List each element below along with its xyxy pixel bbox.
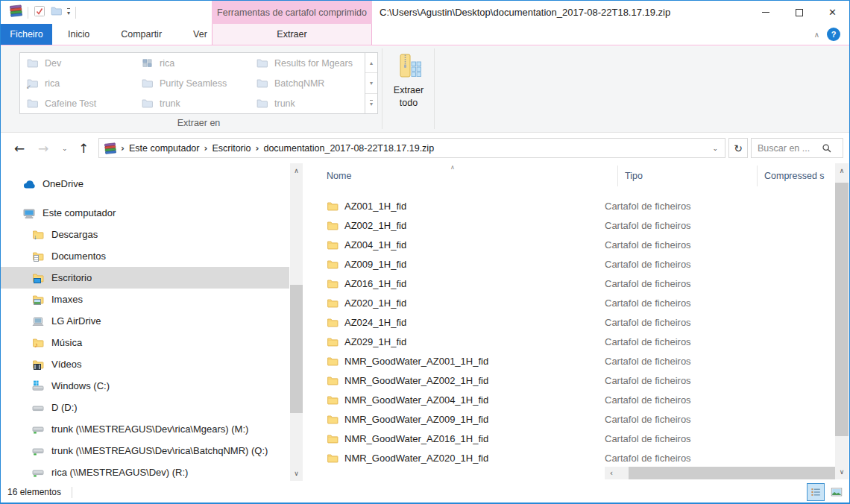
extract-all-button[interactable]: Extraertodo bbox=[385, 48, 432, 130]
windows-drive-icon bbox=[32, 380, 45, 392]
recent-locations-dropdown-icon[interactable]: ⌄ bbox=[62, 133, 68, 163]
sidebar-item-music[interactable]: Música bbox=[1, 332, 289, 353]
address-dropdown-icon[interactable]: ⌄ bbox=[705, 145, 725, 152]
sidebar-item-pictures[interactable]: Imaxes bbox=[1, 289, 289, 310]
breadcrumb-desktop[interactable]: Escritorio bbox=[212, 143, 251, 154]
sidebar-item-desktop[interactable]: Escritorio bbox=[1, 267, 289, 289]
extract-dest-item[interactable]: Dev bbox=[20, 53, 135, 73]
refresh-button[interactable]: ↻ bbox=[728, 138, 748, 158]
table-row[interactable]: NMR_GoodWater_AZ016_1H_fidCartafol de fi… bbox=[303, 429, 835, 448]
extract-destination-gallery: Dev rica Cafeine Test rica Purity Seamle… bbox=[19, 52, 378, 114]
column-divider[interactable] bbox=[617, 166, 618, 186]
table-row[interactable]: NMR_GoodWater_AZ009_1H_fidCartafol de fi… bbox=[303, 409, 835, 429]
close-button[interactable]: ✕ bbox=[816, 1, 849, 24]
back-icon[interactable]: ← bbox=[14, 133, 25, 163]
gallery-more-button[interactable]: ▾ bbox=[365, 94, 377, 113]
file-list-scrollbar[interactable]: ∧ ∨ bbox=[835, 163, 849, 479]
table-row[interactable]: AZ002_1H_fidCartafol de ficheiros bbox=[303, 215, 835, 235]
scrollbar-thumb[interactable] bbox=[290, 285, 303, 413]
scrollbar-thumb[interactable] bbox=[835, 183, 849, 436]
horizontal-scrollbar[interactable]: ‹ › bbox=[605, 467, 835, 479]
column-header-name[interactable]: Nome bbox=[327, 163, 351, 189]
network-drive-icon bbox=[32, 445, 45, 457]
scroll-up-icon[interactable]: ∧ bbox=[290, 163, 303, 178]
status-bar: 16 elementos bbox=[1, 481, 849, 503]
properties-check-icon[interactable] bbox=[34, 5, 45, 20]
new-folder-icon[interactable] bbox=[51, 5, 62, 19]
address-breadcrumb-bar[interactable]: › Este computador › Escritorio › documen… bbox=[98, 138, 725, 158]
table-row[interactable]: NMR_GoodWater_AZ020_1H_fidCartafol de fi… bbox=[303, 448, 835, 467]
sidebar-item-videos[interactable]: Vídeos bbox=[1, 353, 289, 375]
extract-dest-item[interactable]: rica bbox=[20, 73, 135, 93]
extract-dest-item[interactable]: trunk bbox=[250, 93, 365, 113]
column-divider[interactable] bbox=[757, 166, 758, 186]
extract-dest-item[interactable]: Results for Mgears bbox=[250, 53, 365, 73]
tab-file[interactable]: Ficheiro bbox=[1, 24, 52, 45]
search-box[interactable] bbox=[751, 138, 843, 158]
documents-folder-icon bbox=[32, 251, 45, 262]
sidebar-item-this-pc[interactable]: Este computador bbox=[1, 202, 289, 224]
search-icon bbox=[822, 143, 832, 154]
breadcrumb-this-pc[interactable]: Este computador bbox=[129, 143, 200, 154]
search-input[interactable] bbox=[752, 143, 822, 154]
scrollbar-thumb[interactable] bbox=[629, 467, 835, 479]
folder-icon bbox=[327, 201, 339, 212]
table-row[interactable]: AZ016_1H_fidCartafol de ficheiros bbox=[303, 274, 835, 293]
extract-dest-item[interactable]: rica bbox=[135, 53, 250, 73]
sidebar-item-documents[interactable]: Documentos bbox=[1, 245, 289, 267]
thumbnails-view-icon bbox=[831, 486, 843, 498]
sidebar-item-downloads[interactable]: Descargas bbox=[1, 224, 289, 245]
tab-share[interactable]: Compartir bbox=[105, 24, 177, 45]
column-header-type[interactable]: Tipo bbox=[625, 163, 643, 189]
maximize-button[interactable] bbox=[782, 1, 816, 24]
gallery-more-icon: ▾ bbox=[370, 100, 373, 107]
music-folder-icon bbox=[32, 337, 45, 349]
sidebar-item-network-drive-r[interactable]: rica (\\MESTREAGUS\Dev) (R:) bbox=[1, 462, 289, 481]
table-row[interactable]: NMR_GoodWater_AZ001_1H_fidCartafol de fi… bbox=[303, 351, 835, 371]
table-row[interactable]: AZ009_1H_fidCartafol de ficheiros bbox=[303, 254, 835, 274]
forward-icon[interactable]: → bbox=[38, 133, 48, 163]
scroll-left-icon[interactable]: ‹ bbox=[605, 467, 618, 479]
gallery-scroll-down-icon[interactable]: ▾ bbox=[365, 73, 377, 93]
scroll-down-icon[interactable]: ∨ bbox=[290, 466, 303, 481]
onedrive-cloud-icon bbox=[23, 178, 37, 190]
extract-dest-item[interactable]: Purity Seamless bbox=[135, 73, 250, 93]
breadcrumb-zip-file[interactable]: documentation_2017-08-22T18.17.19.zip bbox=[263, 143, 434, 154]
thumbnails-view-button[interactable] bbox=[828, 483, 846, 501]
help-button[interactable]: ? bbox=[827, 28, 840, 41]
tab-home[interactable]: Inicio bbox=[52, 24, 105, 45]
sidebar-item-lg-airdrive[interactable]: LG AirDrive bbox=[1, 310, 289, 332]
sidebar-item-network-drive-m[interactable]: trunk (\\MESTREAGUS\Dev\rica\Mgears) (M:… bbox=[1, 418, 289, 440]
gallery-scroll-up-icon[interactable]: ▴ bbox=[365, 53, 377, 73]
sidebar-item-network-drive-q[interactable]: trunk (\\MESTREAGUS\Dev\rica\BatchqNMR) … bbox=[1, 440, 289, 462]
table-row[interactable]: AZ001_1H_fidCartafol de ficheiros bbox=[303, 196, 835, 215]
scroll-down-icon[interactable]: ∨ bbox=[835, 464, 849, 479]
folder-icon bbox=[142, 78, 153, 89]
up-icon[interactable]: ↑ bbox=[78, 133, 89, 163]
extract-dest-item[interactable]: trunk bbox=[135, 93, 250, 113]
table-row[interactable]: AZ004_1H_fidCartafol de ficheiros bbox=[303, 235, 835, 254]
table-row[interactable]: AZ020_1H_fidCartafol de ficheiros bbox=[303, 293, 835, 312]
sidebar-item-onedrive[interactable]: OneDrive bbox=[1, 173, 289, 195]
ribbon: Dev rica Cafeine Test rica Purity Seamle… bbox=[1, 46, 849, 133]
column-headers: ∧ Nome Tipo Compressed s bbox=[303, 163, 835, 189]
collapse-ribbon-icon[interactable]: ∧ bbox=[814, 24, 819, 45]
sidebar-item-drive-c[interactable]: Windows (C:) bbox=[1, 375, 289, 397]
scroll-up-icon[interactable]: ∧ bbox=[835, 163, 849, 178]
quick-access-toolbar: ▾ bbox=[10, 1, 76, 24]
extract-dest-item[interactable]: BatchqNMR bbox=[250, 73, 365, 93]
customize-toolbar-dropdown-icon[interactable]: ▾ bbox=[67, 8, 70, 16]
sidebar-scrollbar[interactable]: ∧ ∨ bbox=[290, 163, 303, 481]
contextual-tools-header: Ferramentas de cartafol comprimido bbox=[212, 1, 372, 24]
table-row[interactable]: NMR_GoodWater_AZ002_1H_fidCartafol de fi… bbox=[303, 371, 835, 390]
sidebar-item-drive-d[interactable]: D (D:) bbox=[1, 397, 289, 418]
divider bbox=[434, 48, 435, 129]
details-view-button[interactable] bbox=[807, 483, 825, 501]
table-row[interactable]: AZ029_1H_fidCartafol de ficheiros bbox=[303, 332, 835, 351]
table-row[interactable]: AZ024_1H_fidCartafol de ficheiros bbox=[303, 312, 835, 332]
tab-extract[interactable]: Extraer bbox=[212, 24, 372, 45]
table-row[interactable]: NMR_GoodWater_AZ004_1H_fidCartafol de fi… bbox=[303, 390, 835, 409]
extract-dest-item[interactable]: Cafeine Test bbox=[20, 93, 135, 113]
minimize-button[interactable] bbox=[749, 1, 782, 24]
column-header-compressed-size[interactable]: Compressed s bbox=[764, 163, 825, 189]
